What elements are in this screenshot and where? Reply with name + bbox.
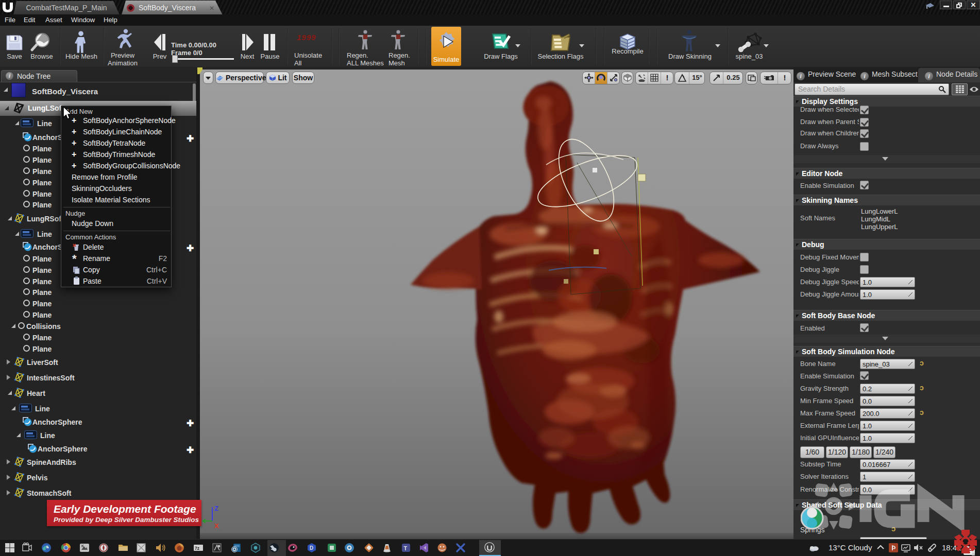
svg-text:X: X — [214, 522, 219, 530]
svg-text:7z: 7z — [195, 546, 199, 551]
svg-text:Z: Z — [214, 505, 218, 512]
svg-text:K: K — [81, 544, 84, 548]
svg-text:T: T — [404, 545, 408, 551]
svg-text:D: D — [310, 545, 313, 551]
